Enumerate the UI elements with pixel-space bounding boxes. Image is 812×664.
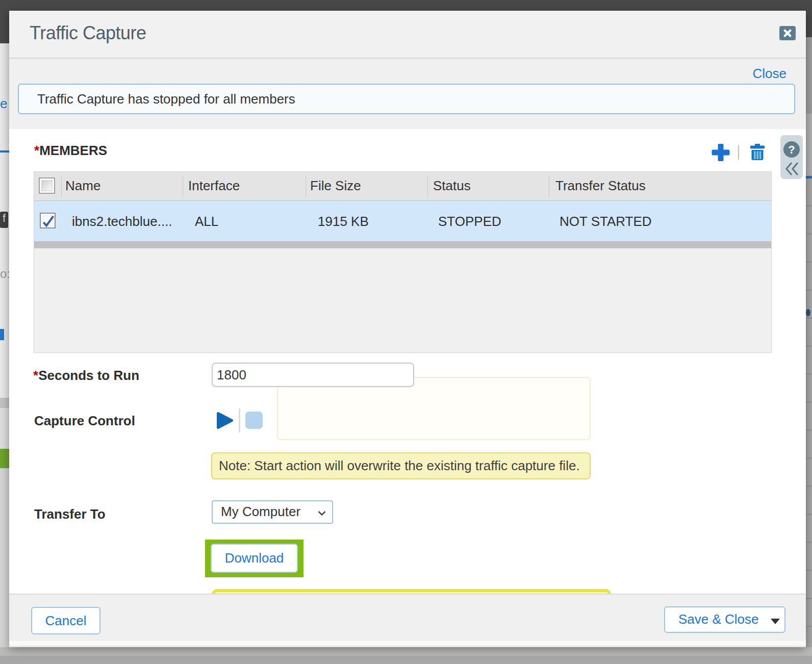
svg-text:?: ? (788, 143, 795, 156)
